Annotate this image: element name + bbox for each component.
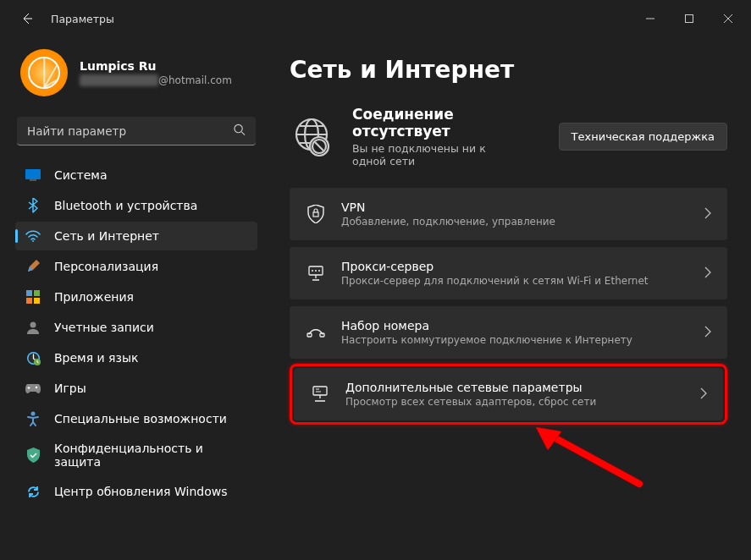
advanced-network-icon	[310, 384, 330, 404]
sidebar-item-apps[interactable]: Приложения	[15, 283, 257, 311]
nav-list: Система Bluetooth и устройства Сеть и Ин…	[15, 161, 257, 506]
bluetooth-icon	[25, 198, 41, 213]
status-subtitle: Вы не подключены ни к одной сети	[352, 142, 522, 167]
network-status-card: Соединение отсутствует Вы не подключены …	[290, 106, 727, 167]
back-button[interactable]	[15, 7, 39, 30]
sidebar-item-label: Конфиденциальность и защита	[54, 442, 247, 469]
chevron-right-icon	[704, 325, 711, 341]
svg-rect-24	[307, 333, 312, 337]
update-icon	[25, 484, 41, 499]
profile-block[interactable]: Lumpics Ru xxxxxxxxxx@hotmail.com	[15, 37, 257, 113]
close-button[interactable]	[709, 5, 748, 32]
search-icon	[233, 124, 246, 140]
privacy-icon	[25, 447, 41, 463]
window-title: Параметры	[51, 13, 114, 25]
network-icon	[25, 228, 41, 244]
setting-subtitle: Добавление, подключение, управление	[341, 216, 689, 228]
setting-row-proxy[interactable]: Прокси-сервер Прокси-сервер для подключе…	[290, 247, 727, 299]
maximize-icon	[685, 14, 693, 23]
time-icon	[25, 350, 41, 365]
sidebar-item-label: Центр обновления Windows	[54, 485, 227, 498]
sidebar-item-personalization[interactable]: Персонализация	[15, 252, 257, 281]
dialup-icon	[306, 322, 326, 343]
svg-rect-5	[26, 290, 32, 296]
profile-email: xxxxxxxxxx@hotmail.com	[80, 74, 232, 86]
sidebar-item-accessibility[interactable]: Специальные возможности	[15, 404, 257, 433]
chevron-right-icon	[700, 387, 707, 403]
accounts-icon	[25, 320, 41, 335]
minimize-button[interactable]	[631, 5, 670, 32]
svg-rect-8	[34, 298, 40, 304]
support-button[interactable]: Техническая поддержка	[559, 123, 727, 151]
svg-rect-25	[320, 333, 324, 337]
system-icon	[25, 167, 41, 183]
personalize-icon	[25, 259, 41, 274]
setting-title: VPN	[341, 200, 689, 214]
svg-rect-2	[25, 169, 41, 179]
window-controls	[631, 5, 748, 32]
minimize-icon	[646, 14, 654, 23]
sidebar-item-time[interactable]: Время и язык	[15, 343, 257, 372]
setting-title: Дополнительные сетевые параметры	[345, 381, 685, 394]
sidebar-item-bluetooth[interactable]: Bluetooth и устройства	[15, 191, 257, 220]
setting-subtitle: Просмотр всех сетевых адаптеров, сброс с…	[345, 396, 685, 408]
search-input[interactable]	[17, 117, 256, 145]
no-network-icon	[290, 115, 334, 159]
setting-row-vpn[interactable]: VPN Добавление, подключение, управление	[290, 188, 727, 240]
svg-rect-26	[313, 387, 327, 395]
setting-row-advanced[interactable]: Дополнительные сетевые параметры Просмот…	[294, 368, 723, 420]
sidebar-item-label: Время и язык	[54, 351, 138, 365]
svg-point-21	[312, 270, 313, 272]
sidebar-item-system[interactable]: Система	[15, 161, 257, 189]
sidebar-item-gaming[interactable]: Игры	[15, 374, 257, 403]
svg-point-13	[36, 387, 37, 388]
chevron-right-icon	[704, 206, 711, 222]
svg-rect-7	[26, 298, 32, 304]
profile-name: Lumpics Ru	[80, 59, 232, 73]
setting-subtitle: Настроить коммутируемое подключение к Ин…	[341, 334, 689, 346]
sidebar-item-label: Bluetooth и устройства	[54, 199, 197, 212]
setting-title: Прокси-сервер	[341, 260, 689, 273]
sidebar-item-label: Сеть и Интернет	[54, 229, 159, 243]
sidebar-item-update[interactable]: Центр обновления Windows	[15, 477, 257, 506]
sidebar: Lumpics Ru xxxxxxxxxx@hotmail.com Систем…	[0, 37, 266, 560]
svg-point-14	[31, 412, 36, 416]
svg-point-22	[315, 270, 317, 272]
sidebar-item-privacy[interactable]: Конфиденциальность и защита	[15, 435, 257, 475]
svg-point-1	[235, 124, 242, 132]
svg-rect-0	[686, 15, 693, 23]
setting-row-dialup[interactable]: Набор номера Настроить коммутируемое под…	[290, 306, 727, 359]
main-content: Сеть и Интернет Соединение отсутствует В…	[266, 37, 751, 560]
svg-rect-19	[313, 212, 318, 217]
setting-title: Набор номера	[341, 319, 689, 332]
svg-rect-6	[34, 290, 40, 296]
highlight-annotation: Дополнительные сетевые параметры Просмот…	[290, 364, 727, 425]
setting-subtitle: Прокси-сервер для подключений к сетям Wi…	[341, 275, 689, 287]
accessibility-icon	[25, 411, 41, 426]
arrow-left-icon	[20, 12, 34, 25]
vpn-icon	[306, 204, 326, 224]
sidebar-item-label: Приложения	[54, 290, 134, 304]
sidebar-item-label: Система	[54, 168, 107, 182]
sidebar-item-accounts[interactable]: Учетные записи	[15, 313, 257, 342]
svg-point-9	[30, 322, 36, 328]
chevron-right-icon	[704, 266, 711, 282]
sidebar-item-network[interactable]: Сеть и Интернет	[15, 222, 257, 250]
sidebar-item-label: Персонализация	[54, 260, 158, 273]
sidebar-item-label: Игры	[54, 382, 86, 395]
close-icon	[724, 14, 732, 23]
status-title: Соединение отсутствует	[352, 106, 540, 140]
apps-icon	[25, 289, 41, 305]
proxy-icon	[306, 263, 326, 283]
maximize-button[interactable]	[670, 5, 709, 32]
svg-rect-3	[30, 179, 36, 181]
avatar	[20, 49, 68, 96]
sidebar-item-label: Специальные возможности	[54, 412, 227, 425]
svg-point-4	[32, 240, 34, 242]
titlebar: Параметры	[0, 0, 751, 37]
sidebar-item-label: Учетные записи	[54, 321, 154, 334]
svg-point-23	[318, 270, 320, 272]
gaming-icon	[25, 381, 41, 396]
page-title: Сеть и Интернет	[290, 56, 727, 84]
